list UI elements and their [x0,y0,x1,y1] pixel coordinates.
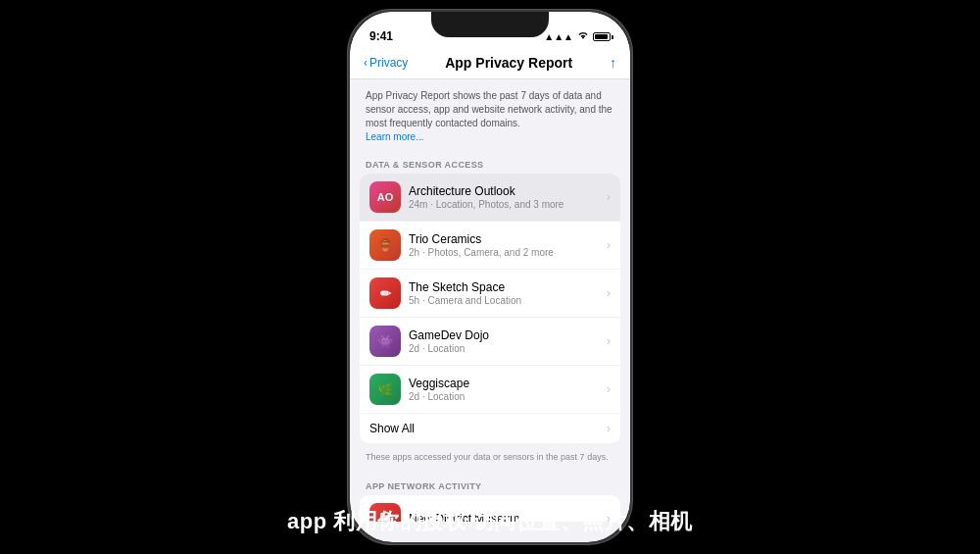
show-all-item[interactable]: Show All › [360,414,620,443]
list-item[interactable]: 🏺 Trio Ceramics 2h · Photos, Camera, and… [360,222,620,270]
sensor-section-header: DATA & SENSOR ACCESS [350,150,630,174]
screen: 9:41 ▲▲▲ ‹ Privacy App Privacy Report ↑ [350,12,630,542]
share-icon[interactable]: ↑ [610,55,616,71]
item-text: Veggiscape 2d · Location [409,377,603,402]
app-icon-trio: 🏺 [369,229,401,261]
app-icon-ao: AO [369,181,401,213]
chevron-right-icon: › [607,382,611,396]
signal-icon: ▲▲▲ [544,31,573,42]
item-text: The Sketch Space 5h · Camera and Locatio… [409,280,603,306]
list-item[interactable]: 👾 GameDev Dojo 2d · Location › [360,318,620,366]
subtitle: app 利用你的授权 访问位置、照片、相机 [0,507,980,536]
status-icons: ▲▲▲ [544,30,611,42]
list-item[interactable]: AO Architecture Outlook 24m · Location, … [360,174,620,222]
back-label[interactable]: Privacy [369,56,408,70]
app-icon-sketch: ✏ [369,277,401,309]
app-name: GameDev Dojo [409,328,603,342]
app-name: Veggiscape [409,377,603,390]
sensor-footer-note: These apps accessed your data or sensors… [350,445,630,472]
app-sub: 2d · Location [409,343,603,354]
app-icon-gamedev: 👾 [369,326,401,357]
list-item[interactable]: 🌿 Veggiscape 2d · Location › [360,366,620,414]
app-sub: 5h · Camera and Location [409,295,603,306]
app-name: The Sketch Space [409,280,603,294]
content-area: App Privacy Report shows the past 7 days… [350,79,630,522]
show-all-label[interactable]: Show All [369,422,415,435]
item-text: Architecture Outlook 24m · Location, Pho… [409,184,603,210]
privacy-description: App Privacy Report shows the past 7 days… [350,79,630,150]
item-text: Trio Ceramics 2h · Photos, Camera, and 2… [409,232,603,258]
sensor-list: AO Architecture Outlook 24m · Location, … [360,174,620,443]
chevron-right-icon: › [607,334,611,348]
app-icon-veggi: 🌿 [369,374,401,405]
chevron-left-icon: ‹ [364,56,368,70]
wifi-icon [577,30,589,42]
chevron-right-icon: › [607,286,611,300]
app-sub: 24m · Location, Photos, and 3 more [409,199,603,210]
nav-bar: ‹ Privacy App Privacy Report ↑ [350,51,630,79]
list-item[interactable]: ✏ The Sketch Space 5h · Camera and Locat… [360,270,620,318]
app-name: Trio Ceramics [409,232,603,246]
chevron-right-icon: › [607,422,611,435]
app-sub: 2h · Photos, Camera, and 2 more [409,247,603,258]
nav-back[interactable]: ‹ Privacy [364,56,408,70]
nav-title: App Privacy Report [445,55,572,71]
learn-more-link[interactable]: Learn more... [366,131,423,142]
notch [431,12,549,37]
network-section-header: APP NETWORK ACTIVITY [350,472,630,495]
app-name: Architecture Outlook [409,184,603,198]
app-sub: 2d · Location [409,391,603,402]
item-text: GameDev Dojo 2d · Location [409,328,603,354]
battery-icon [593,31,611,42]
chevron-right-icon: › [607,238,611,252]
status-time: 9:41 [369,29,393,43]
phone-shell: 9:41 ▲▲▲ ‹ Privacy App Privacy Report ↑ [348,10,632,544]
chevron-right-icon: › [607,190,611,204]
